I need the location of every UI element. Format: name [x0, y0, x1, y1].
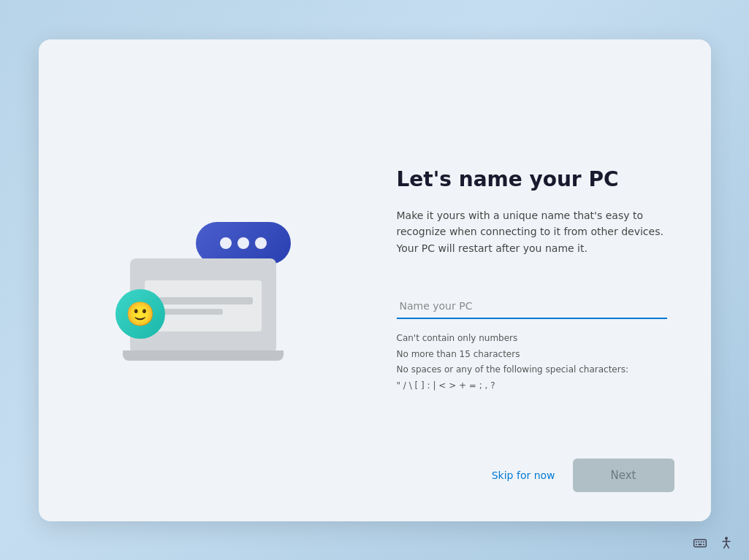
- pc-illustration: 🙂: [108, 193, 298, 368]
- keyboard-icon[interactable]: [692, 535, 708, 551]
- taskbar-icons: [692, 535, 734, 551]
- screen-line-1: [153, 297, 253, 304]
- bubble-dot-3: [255, 237, 267, 249]
- bubble-dot-1: [220, 237, 232, 249]
- footer-actions: Skip for now Next: [492, 459, 674, 492]
- svg-rect-0: [694, 540, 707, 547]
- skip-button[interactable]: Skip for now: [492, 469, 555, 481]
- accessibility-icon[interactable]: [718, 535, 734, 551]
- hint-line-4: " / \ [ ] : | < > + = ; , ?: [397, 378, 667, 394]
- smiley-icon: 🙂: [126, 302, 155, 326]
- page-title: Let's name your PC: [397, 166, 667, 193]
- hint-line-2: No more than 15 characters: [397, 347, 667, 363]
- svg-line-12: [726, 544, 729, 548]
- hint-block: Can't contain only numbers No more than …: [397, 331, 667, 394]
- pc-name-input[interactable]: [397, 293, 667, 319]
- setup-card: 🙂 Let's name your PC Make it yours with …: [39, 39, 711, 521]
- page-description: Make it yours with a unique name that's …: [397, 207, 667, 256]
- next-button[interactable]: Next: [573, 459, 674, 492]
- svg-line-11: [724, 544, 726, 548]
- chat-bubble: [196, 222, 291, 264]
- bubble-dot-2: [237, 237, 249, 249]
- illustration-panel: 🙂: [39, 39, 368, 521]
- laptop-base-bar: [123, 350, 284, 361]
- hint-line-1: Can't contain only numbers: [397, 331, 667, 347]
- name-input-wrapper: [397, 293, 667, 319]
- emoji-face: 🙂: [115, 289, 165, 339]
- hint-line-3: No spaces or any of the following specia…: [397, 362, 667, 378]
- svg-point-8: [726, 537, 728, 540]
- content-panel: Let's name your PC Make it yours with a …: [368, 39, 711, 521]
